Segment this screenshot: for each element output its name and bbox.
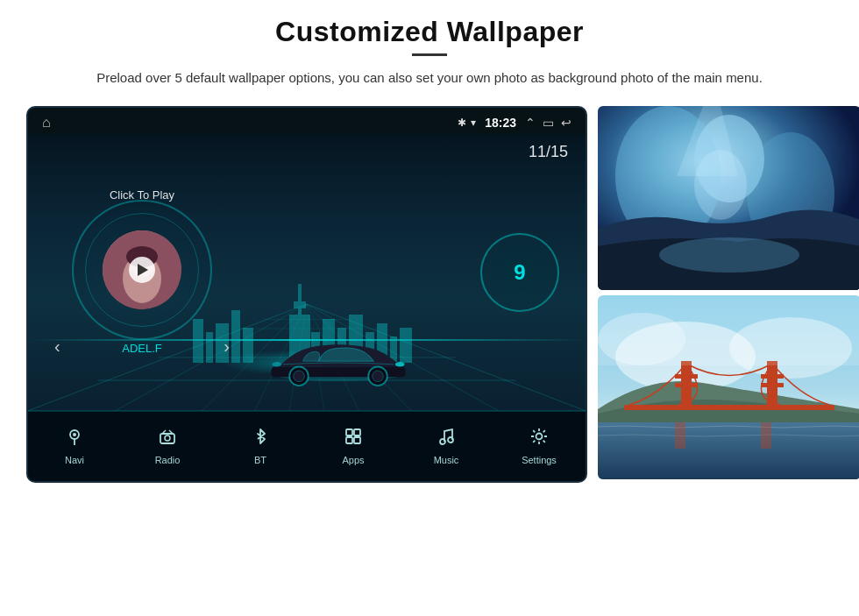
play-triangle-icon bbox=[138, 264, 148, 276]
main-content: ⌂ ✱ ▾ 18:23 ⌃ ▭ ↩ bbox=[26, 106, 833, 483]
home-icon: ⌂ bbox=[42, 115, 51, 131]
next-button[interactable]: › bbox=[224, 336, 230, 357]
wallpaper-thumb-bridge[interactable] bbox=[598, 295, 859, 479]
screen-body: Click To Play bbox=[28, 134, 586, 411]
bluetooth-svg-icon bbox=[251, 427, 270, 446]
settings-icon bbox=[529, 427, 549, 451]
svg-point-51 bbox=[440, 439, 445, 444]
status-bar: ⌂ ✱ ▾ 18:23 ⌃ ▭ ↩ bbox=[28, 108, 586, 134]
nav-item-radio[interactable]: Radio bbox=[132, 427, 202, 465]
window-icon: ▭ bbox=[543, 116, 554, 130]
svg-rect-71 bbox=[761, 383, 784, 387]
radio-icon bbox=[158, 427, 177, 451]
svg-point-41 bbox=[395, 362, 405, 366]
nav-item-bt[interactable]: BT bbox=[225, 427, 295, 465]
expand-icon: ⌃ bbox=[525, 116, 536, 130]
svg-rect-48 bbox=[354, 429, 360, 435]
svg-rect-68 bbox=[675, 383, 698, 387]
nav-item-apps[interactable]: Apps bbox=[318, 427, 388, 465]
apps-icon bbox=[344, 427, 363, 451]
svg-rect-49 bbox=[346, 437, 352, 443]
wifi-icon: ▾ bbox=[471, 117, 476, 129]
nav-icons: ⌃ ▭ ↩ bbox=[525, 116, 571, 130]
wallpaper-thumbnails bbox=[598, 106, 859, 479]
car-unit: ⌂ ✱ ▾ 18:23 ⌃ ▭ ↩ bbox=[26, 106, 587, 483]
svg-rect-22 bbox=[294, 301, 306, 308]
date-display: 11/15 bbox=[529, 143, 568, 161]
svg-rect-74 bbox=[761, 422, 771, 449]
speed-number: 9 bbox=[514, 260, 525, 285]
svg-point-40 bbox=[373, 371, 384, 382]
svg-point-53 bbox=[536, 434, 543, 440]
car-image-container bbox=[259, 320, 417, 393]
bluetooth-icon: ✱ bbox=[458, 117, 466, 129]
svg-rect-72 bbox=[598, 295, 859, 365]
svg-point-46 bbox=[165, 435, 170, 441]
page-title: Customized Wallpaper bbox=[275, 16, 584, 48]
time-display: 18:23 bbox=[485, 116, 516, 130]
navi-icon bbox=[65, 427, 84, 451]
settings-svg-icon bbox=[529, 427, 549, 446]
prev-button[interactable]: ‹ bbox=[54, 336, 60, 357]
svg-rect-73 bbox=[675, 422, 685, 449]
svg-point-42 bbox=[272, 362, 281, 366]
page-container: Customized Wallpaper Preload over 5 defa… bbox=[0, 0, 859, 616]
music-icon bbox=[437, 427, 456, 451]
apps-label: Apps bbox=[342, 455, 364, 465]
gauge-circle: 9 bbox=[480, 233, 559, 312]
bt-icon bbox=[251, 427, 270, 451]
page-subtitle: Preload over 5 default wallpaper options… bbox=[96, 68, 763, 89]
bridge-image bbox=[598, 295, 859, 479]
svg-point-38 bbox=[294, 371, 305, 382]
settings-label: Settings bbox=[522, 455, 557, 465]
svg-point-44 bbox=[73, 433, 76, 436]
nav-item-music[interactable]: Music bbox=[411, 427, 481, 465]
speed-gauge: 9 bbox=[480, 233, 559, 312]
svg-rect-47 bbox=[346, 429, 352, 435]
svg-rect-50 bbox=[354, 437, 360, 443]
radio-svg-icon bbox=[158, 427, 177, 446]
play-button[interactable] bbox=[129, 257, 155, 283]
navi-label: Navi bbox=[65, 455, 84, 465]
nav-item-settings[interactable]: Settings bbox=[504, 427, 574, 465]
status-left: ⌂ bbox=[42, 115, 51, 131]
ice-cave-image bbox=[598, 106, 859, 290]
back-icon: ↩ bbox=[561, 116, 571, 130]
svg-rect-64 bbox=[598, 418, 859, 479]
music-svg-icon bbox=[437, 427, 456, 446]
svg-point-59 bbox=[659, 237, 799, 273]
song-title: ADEL.F bbox=[122, 342, 162, 355]
radio-label: Radio bbox=[155, 455, 181, 465]
car-svg bbox=[259, 320, 417, 390]
nav-item-navi[interactable]: Navi bbox=[39, 427, 110, 465]
status-right: ✱ ▾ 18:23 ⌃ ▭ ↩ bbox=[458, 116, 571, 130]
title-divider bbox=[412, 53, 447, 56]
location-icon bbox=[65, 427, 84, 446]
status-icons: ✱ ▾ bbox=[458, 117, 476, 129]
music-player: Click To Play bbox=[46, 134, 238, 411]
apps-svg-icon bbox=[344, 427, 363, 446]
svg-rect-65 bbox=[624, 405, 834, 410]
bottom-nav: Navi Radio bbox=[28, 411, 586, 481]
wallpaper-thumb-ice[interactable] bbox=[598, 106, 859, 290]
music-label: Music bbox=[434, 455, 459, 465]
album-art-container[interactable] bbox=[81, 209, 203, 331]
bt-label: BT bbox=[254, 455, 266, 465]
